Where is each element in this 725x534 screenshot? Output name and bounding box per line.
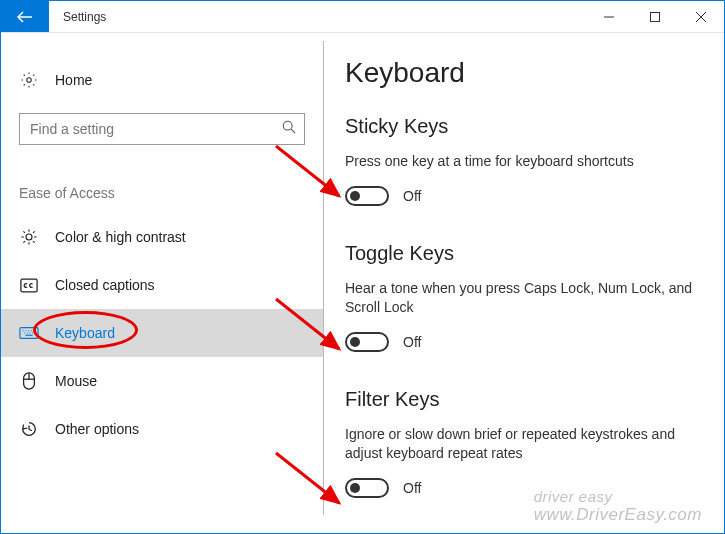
section-desc: Ignore or slow down brief or repeated ke… bbox=[345, 425, 702, 464]
svg-rect-2 bbox=[651, 12, 660, 21]
section-header: Ease of Access bbox=[1, 145, 323, 213]
main-panel: Keyboard Sticky Keys Press one key at a … bbox=[323, 33, 724, 533]
section-heading-sticky-keys: Sticky Keys bbox=[345, 115, 702, 138]
keyboard-icon bbox=[19, 326, 39, 340]
captions-icon bbox=[19, 278, 39, 293]
sidebar-item-mouse[interactable]: Mouse bbox=[1, 357, 323, 405]
minimize-button[interactable] bbox=[586, 1, 632, 32]
divider bbox=[323, 41, 324, 515]
maximize-button[interactable] bbox=[632, 1, 678, 32]
home-button[interactable]: Home bbox=[1, 61, 323, 99]
sidebar-item-closed-captions[interactable]: Closed captions bbox=[1, 261, 323, 309]
sidebar-item-color-contrast[interactable]: Color & high contrast bbox=[1, 213, 323, 261]
toggle-keys-toggle[interactable] bbox=[345, 332, 389, 352]
sticky-keys-toggle[interactable] bbox=[345, 186, 389, 206]
svg-line-15 bbox=[23, 241, 25, 243]
section-heading-toggle-keys: Toggle Keys bbox=[345, 242, 702, 265]
gear-icon bbox=[19, 71, 39, 89]
toggle-state: Off bbox=[403, 188, 421, 204]
sidebar-item-label: Color & high contrast bbox=[55, 229, 186, 245]
section-heading-filter-keys: Filter Keys bbox=[345, 388, 702, 411]
toggle-state: Off bbox=[403, 334, 421, 350]
svg-rect-18 bbox=[20, 328, 38, 339]
window-title: Settings bbox=[49, 1, 106, 32]
sidebar-item-keyboard[interactable]: Keyboard bbox=[1, 309, 323, 357]
sidebar-item-other-options[interactable]: Other options bbox=[1, 405, 323, 453]
clock-icon bbox=[19, 420, 39, 438]
toggle-state: Off bbox=[403, 480, 421, 496]
section-desc: Press one key at a time for keyboard sho… bbox=[345, 152, 702, 172]
search-input[interactable] bbox=[20, 114, 304, 144]
titlebar: Settings bbox=[1, 1, 724, 33]
brightness-icon bbox=[19, 228, 39, 246]
sidebar: Home Ease of Access bbox=[1, 33, 323, 533]
svg-point-6 bbox=[283, 121, 292, 130]
section-desc: Hear a tone when you press Caps Lock, Nu… bbox=[345, 279, 702, 318]
svg-point-5 bbox=[27, 78, 32, 83]
home-label: Home bbox=[55, 72, 92, 88]
svg-line-7 bbox=[291, 129, 295, 133]
sidebar-item-label: Other options bbox=[55, 421, 139, 437]
svg-line-14 bbox=[33, 241, 35, 243]
search-box[interactable] bbox=[19, 113, 305, 145]
titlebar-drag[interactable] bbox=[106, 1, 586, 32]
search-icon bbox=[282, 120, 296, 138]
sidebar-item-label: Keyboard bbox=[55, 325, 115, 341]
svg-point-8 bbox=[26, 234, 32, 240]
sidebar-item-label: Mouse bbox=[55, 373, 97, 389]
svg-line-13 bbox=[23, 231, 25, 233]
filter-keys-toggle[interactable] bbox=[345, 478, 389, 498]
svg-line-16 bbox=[33, 231, 35, 233]
page-title: Keyboard bbox=[345, 57, 702, 89]
sidebar-item-label: Closed captions bbox=[55, 277, 155, 293]
mouse-icon bbox=[19, 372, 39, 390]
close-button[interactable] bbox=[678, 1, 724, 32]
back-button[interactable] bbox=[1, 1, 49, 32]
